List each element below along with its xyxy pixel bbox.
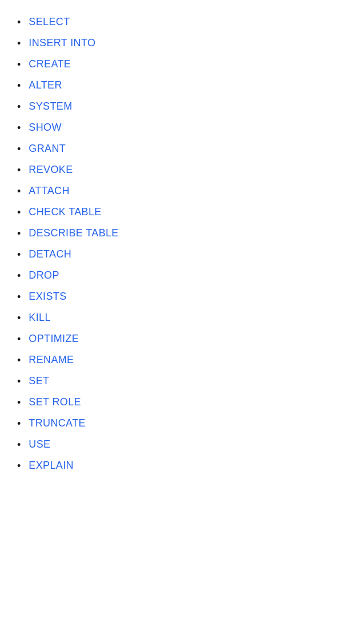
bullet-point: • <box>17 313 21 323</box>
bullet-point: • <box>17 292 21 302</box>
bullet-point: • <box>17 207 21 218</box>
sql-command-link-use[interactable]: USE <box>29 438 50 450</box>
sql-command-link-describe-table[interactable]: DESCRIBE TABLE <box>29 227 118 239</box>
list-item: •USE <box>17 434 326 455</box>
bullet-point: • <box>17 334 21 344</box>
bullet-point: • <box>17 186 21 196</box>
list-item: •EXISTS <box>17 286 326 307</box>
list-item: •ALTER <box>17 75 326 96</box>
sql-command-link-set-role[interactable]: SET ROLE <box>29 396 81 408</box>
list-item: •REVOKE <box>17 159 326 180</box>
bullet-point: • <box>17 355 21 365</box>
bullet-point: • <box>17 461 21 471</box>
sql-command-link-drop[interactable]: DROP <box>29 269 59 281</box>
bullet-point: • <box>17 376 21 387</box>
bullet-point: • <box>17 123 21 133</box>
sql-command-link-system[interactable]: SYSTEM <box>29 100 72 112</box>
bullet-point: • <box>17 440 21 450</box>
sql-command-link-insert-into[interactable]: INSERT INTO <box>29 37 95 49</box>
bullet-point: • <box>17 249 21 260</box>
list-item: •OPTIMIZE <box>17 328 326 349</box>
list-item: •SHOW <box>17 117 326 138</box>
list-item: •KILL <box>17 307 326 328</box>
list-item: •EXPLAIN <box>17 455 326 476</box>
sql-command-link-detach[interactable]: DETACH <box>29 248 71 260</box>
sql-command-link-alter[interactable]: ALTER <box>29 79 62 91</box>
bullet-point: • <box>17 102 21 112</box>
bullet-point: • <box>17 38 21 49</box>
bullet-point: • <box>17 397 21 408</box>
bullet-point: • <box>17 228 21 239</box>
bullet-point: • <box>17 418 21 429</box>
list-item: •ATTACH <box>17 180 326 202</box>
sql-command-link-select[interactable]: SELECT <box>29 16 70 28</box>
bullet-point: • <box>17 17 21 27</box>
bullet-point: • <box>17 271 21 281</box>
sql-command-link-show[interactable]: SHOW <box>29 122 61 134</box>
sql-command-link-grant[interactable]: GRANT <box>29 143 66 155</box>
list-item: •SYSTEM <box>17 96 326 117</box>
list-item: •DROP <box>17 265 326 286</box>
list-item: •INSERT INTO <box>17 33 326 54</box>
sql-commands-list: •SELECT•INSERT INTO•CREATE•ALTER•SYSTEM•… <box>17 11 326 476</box>
sql-command-link-kill[interactable]: KILL <box>29 312 50 324</box>
sql-command-link-revoke[interactable]: REVOKE <box>29 164 73 176</box>
sql-command-link-exists[interactable]: EXISTS <box>29 291 66 303</box>
list-item: •CREATE <box>17 54 326 75</box>
bullet-point: • <box>17 165 21 175</box>
list-item: •RENAME <box>17 349 326 371</box>
sql-command-link-explain[interactable]: EXPLAIN <box>29 460 74 472</box>
list-item: •DESCRIBE TABLE <box>17 223 326 244</box>
bullet-point: • <box>17 59 21 70</box>
sql-command-link-truncate[interactable]: TRUNCATE <box>29 417 86 429</box>
list-item: •DETACH <box>17 244 326 265</box>
bullet-point: • <box>17 80 21 91</box>
list-item: •TRUNCATE <box>17 413 326 434</box>
sql-command-link-rename[interactable]: RENAME <box>29 354 74 366</box>
list-item: •CHECK TABLE <box>17 202 326 223</box>
list-item: •SELECT <box>17 11 326 33</box>
list-item: •SET <box>17 371 326 392</box>
bullet-point: • <box>17 144 21 154</box>
sql-command-link-attach[interactable]: ATTACH <box>29 185 70 197</box>
list-item: •GRANT <box>17 138 326 159</box>
sql-command-link-set[interactable]: SET <box>29 375 49 387</box>
sql-command-link-check-table[interactable]: CHECK TABLE <box>29 206 101 218</box>
list-item: •SET ROLE <box>17 392 326 413</box>
sql-command-link-create[interactable]: CREATE <box>29 58 71 70</box>
sql-command-link-optimize[interactable]: OPTIMIZE <box>29 333 79 345</box>
